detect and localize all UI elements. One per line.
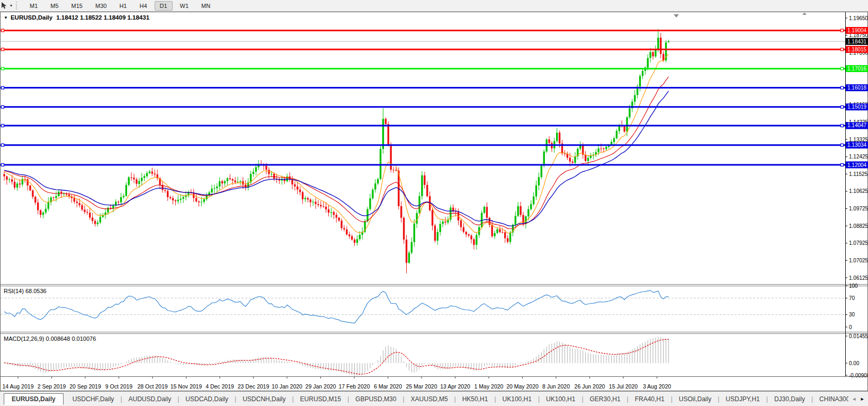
- hline-handle[interactable]: [2, 29, 4, 32]
- timeframe-button-mn[interactable]: MN: [196, 1, 216, 11]
- price-badge: 1.13034: [846, 142, 868, 148]
- svg-text:1.11525: 1.11525: [849, 171, 868, 177]
- tab-scroll-right-button[interactable]: ▸: [861, 395, 864, 402]
- timeframe-button-h4[interactable]: H4: [134, 1, 152, 11]
- chart-tab-bar: EURUSD,DailyUSDCHF,Daily|AUDUSD,Daily|US…: [0, 391, 868, 406]
- svg-text:17 Feb 2020: 17 Feb 2020: [339, 383, 370, 390]
- price-badge: 1.19004: [846, 27, 868, 34]
- price-badge: 1.15019: [846, 103, 868, 110]
- svg-text:1.15019: 1.15019: [847, 104, 867, 110]
- svg-text:1.10625: 1.10625: [849, 188, 868, 194]
- hline-handle[interactable]: [2, 164, 4, 166]
- svg-text:0: 0: [849, 324, 852, 330]
- price-badge: 1.14047: [846, 122, 868, 129]
- tab-scroll-arrows: ◂ ▸: [848, 395, 868, 402]
- chart-tab-audusd-daily[interactable]: AUDUSD,Daily: [122, 393, 178, 405]
- hline-handle[interactable]: [2, 67, 4, 70]
- macd-indicator-label: MACD(12,26,9) 0.008648 0.010076: [4, 336, 96, 342]
- axis-top-marker: [802, 13, 807, 15]
- svg-text:1.07925: 1.07925: [849, 240, 868, 246]
- svg-text:2 Sep 2019: 2 Sep 2019: [38, 383, 66, 390]
- hline-handle[interactable]: [841, 29, 844, 32]
- svg-text:1.18431: 1.18431: [847, 39, 867, 45]
- chart-title[interactable]: ▼EURUSD,Daily1.18412 1.18522 1.18409 1.1…: [4, 14, 149, 21]
- svg-text:29 Jan 2020: 29 Jan 2020: [306, 383, 336, 390]
- timeframe-buttons: M1M5M15M30H1H4D1W1MN: [23, 1, 217, 11]
- svg-text:3 Aug 2020: 3 Aug 2020: [643, 383, 671, 390]
- chart-tab-ger30-h1[interactable]: GER30,H1: [584, 393, 627, 405]
- svg-text:70: 70: [849, 295, 855, 301]
- svg-text:1 May 2020: 1 May 2020: [475, 383, 504, 390]
- chart-tab-usdchf-daily[interactable]: USDCHF,Daily: [66, 393, 121, 405]
- ma-fast-line: [4, 54, 668, 233]
- top-toolbar: ▾ M1M5M15M30H1H4D1W1MN: [0, 0, 868, 12]
- chart-tab-eurusd-daily[interactable]: EURUSD,Daily: [4, 393, 64, 405]
- chart-shift-marker[interactable]: [674, 14, 679, 17]
- svg-text:25 Mar 2020: 25 Mar 2020: [406, 383, 437, 390]
- hline-handle[interactable]: [2, 144, 4, 146]
- date-axis[interactable]: 14 Aug 20192 Sep 201920 Sep 20199 Oct 20…: [3, 377, 672, 390]
- timeframe-button-m30[interactable]: M30: [90, 1, 112, 11]
- chart-tab-gbpusd-m30[interactable]: GBPUSD,M30: [349, 393, 402, 405]
- svg-text:9 Oct 2019: 9 Oct 2019: [105, 383, 133, 390]
- chart-tab-usdcnh-daily[interactable]: USDCNH,Daily: [236, 393, 292, 405]
- hline-handle[interactable]: [841, 164, 844, 166]
- svg-text:1.13325: 1.13325: [849, 137, 868, 143]
- main-price-pane[interactable]: [1, 29, 845, 273]
- chart-tab-usdcad-daily[interactable]: USDCAD,Daily: [179, 393, 235, 405]
- svg-text:8 Jun 2020: 8 Jun 2020: [542, 383, 570, 390]
- timeframe-button-d1[interactable]: D1: [155, 1, 173, 11]
- chart-tab-usoil-daily[interactable]: USOil,Daily: [673, 393, 718, 405]
- svg-text:1.14047: 1.14047: [847, 122, 867, 128]
- hline-handle[interactable]: [2, 86, 4, 89]
- svg-text:15 Nov 2019: 15 Nov 2019: [171, 383, 202, 390]
- tab-scroll-left-button[interactable]: ◂: [853, 395, 856, 402]
- chart-tab-fra40-h1[interactable]: FRA40,H1: [629, 393, 671, 405]
- timeframe-button-w1[interactable]: W1: [175, 1, 194, 11]
- chart-tab-china300-h4[interactable]: CHINA300,H4: [813, 393, 848, 405]
- svg-text:100: 100: [849, 283, 858, 289]
- svg-text:14 Aug 2019: 14 Aug 2019: [3, 383, 34, 390]
- hline-handle[interactable]: [841, 48, 844, 51]
- chart-tab-hk50-h1[interactable]: HK50,H1: [456, 393, 495, 405]
- macd-pane[interactable]: [4, 337, 668, 376]
- svg-text:15 Jul 2020: 15 Jul 2020: [609, 383, 638, 390]
- timeframe-button-m1[interactable]: M1: [24, 1, 43, 11]
- hline-handle[interactable]: [841, 125, 844, 127]
- hline-handle[interactable]: [2, 105, 4, 108]
- hline-handle[interactable]: [2, 48, 4, 51]
- rsi-pane[interactable]: [1, 290, 845, 323]
- candlestick-series: [3, 29, 669, 273]
- hline-handle[interactable]: [841, 105, 844, 108]
- chart-tab-usdjpy-h1[interactable]: USDJPY,H1: [719, 393, 766, 405]
- chart-tab-eurusd-m15[interactable]: EURUSD,M15: [294, 393, 347, 405]
- svg-text:1.08825: 1.08825: [849, 223, 868, 229]
- hline-handle[interactable]: [841, 144, 844, 146]
- chart-tab-xauusd-m5[interactable]: XAUUSD,M5: [405, 393, 454, 405]
- chart-title-dropdown-icon[interactable]: ▼: [4, 15, 8, 20]
- timeframe-button-m5[interactable]: M5: [45, 1, 64, 11]
- price-badge: 1.12004: [846, 162, 868, 169]
- price-chart[interactable]: 1.196501.187501.178501.169501.160501.151…: [0, 12, 868, 391]
- chart-tab-uk100-h1[interactable]: UK100,H1: [540, 393, 581, 405]
- svg-text:1.13034: 1.13034: [847, 142, 867, 148]
- hline-handle[interactable]: [841, 86, 844, 89]
- svg-text:0.00: 0.00: [849, 360, 860, 366]
- svg-text:1.06125: 1.06125: [849, 275, 868, 281]
- price-badge: 1.18015: [846, 46, 868, 53]
- rsi-indicator-label: RSI(14) 68.0536: [4, 288, 47, 294]
- chart-tab-uk100-h1[interactable]: UK100,H1: [496, 393, 538, 405]
- timeframe-button-m15[interactable]: M15: [66, 1, 88, 11]
- svg-text:20 Sep 2019: 20 Sep 2019: [69, 383, 101, 390]
- price-badge: 1.18431: [846, 38, 868, 45]
- svg-text:28 Oct 2019: 28 Oct 2019: [137, 383, 167, 390]
- timeframe-button-h1[interactable]: H1: [114, 1, 132, 11]
- cursor-tool-dropdown-icon[interactable]: ▾: [10, 3, 12, 8]
- price-badge: 1.17016: [846, 65, 868, 72]
- svg-text:1.16018: 1.16018: [847, 85, 867, 91]
- chart-tab-dj30-daily[interactable]: DJ30,Daily: [768, 393, 811, 405]
- hline-handle[interactable]: [2, 125, 4, 127]
- toolbar-grip[interactable]: [16, 2, 19, 10]
- hline-handle[interactable]: [841, 67, 844, 70]
- cursor-tool-icon[interactable]: [1, 2, 9, 10]
